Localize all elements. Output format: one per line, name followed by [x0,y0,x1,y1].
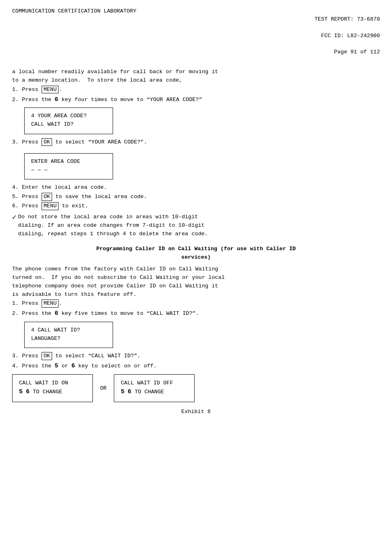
call-wait-off-box: CALL WAIT ID OFF 5 6 TO CHANGE [114,374,195,403]
bold-6-off: 6 [128,388,131,395]
or-label: OR [100,385,107,391]
display-box-1: 4 YOUR AREA CODE? CALL WAIT ID? [12,104,380,137]
intro-paragraph: a local number readily available for cal… [12,68,380,85]
bold-5-1: 5 [55,363,58,369]
menu-box-1: MENU [42,86,59,94]
bold-6-3: 6 [71,363,75,369]
bold-5-off: 5 [121,388,124,395]
checkmark-icon: ✓ [12,212,17,224]
step-3: 3. Press OK to select “YOUR AREA CODE?”. [12,138,380,147]
header-right: TEST REPORT: 73-6870 FCC ID: L82-242900 … [302,7,380,65]
step-4: 4. Enter the local area code. [12,183,380,192]
bold-6-2: 6 [55,310,58,317]
bold-5-on: 5 [19,388,23,395]
section-heading: Programming Caller ID on Call Waiting (f… [12,245,380,262]
menu-box-3: MENU [42,299,59,308]
ok-box-1: OK [42,138,52,146]
exhibit-label: Exhibit 8 [12,409,380,415]
cw-step-4: 4. Press the 5 or 6 key to select on or … [12,361,380,371]
display-box-3: 4 CALL WAIT ID? LANGUAGE? [12,318,380,352]
header-left: COMMUNICATION CERTIFICATION LABORATORY [12,7,136,65]
cw-step-3: 3. Press OK to select “CALL WAIT ID?”. [12,352,380,361]
call-wait-on-box: CALL WAIT ID ON 5 6 TO CHANGE [12,374,93,403]
note: ✓ Do not store the local area code in ar… [12,213,380,238]
ok-box-3: OK [42,352,52,360]
section-paragraph: The phone comes from the factory with Ca… [12,265,380,299]
bold-6-on: 6 [26,388,29,395]
step-1: 1. Press MENU. [12,86,380,94]
cw-step-1: 1. Press MENU. [12,299,380,308]
on-off-boxes: CALL WAIT ID ON 5 6 TO CHANGE OR CALL WA… [12,374,380,403]
cw-step-2: 2. Press the 6 key five times to move to… [12,309,380,318]
menu-box-2: MENU [42,202,59,210]
step-5: 5. Press OK to save the local area code. [12,193,380,201]
header: COMMUNICATION CERTIFICATION LABORATORY T… [12,7,380,65]
step-6: 6. Press MENU to exit. [12,202,380,211]
display-box-2: ENTER AREA CODE — — — [12,150,380,183]
step-2: 2. Press the 6 key four times to move to… [12,95,380,104]
bold-6-1: 6 [55,96,58,103]
ok-box-2: OK [42,193,52,201]
